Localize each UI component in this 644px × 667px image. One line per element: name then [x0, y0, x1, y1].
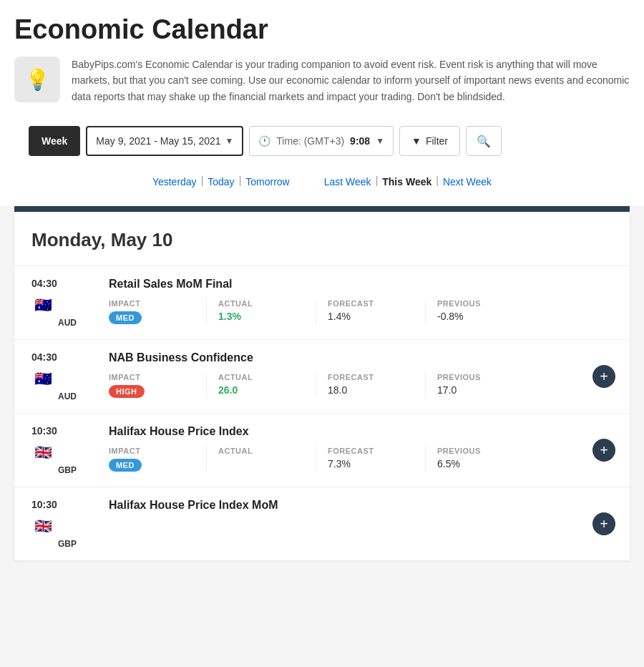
event-metrics: IMPACT HIGH ACTUAL 26.0 FORECAST 18.0 — [109, 373, 613, 398]
time-label: Time: (GMT+3) — [276, 135, 344, 147]
previous-col: PREVIOUS -0.8% — [437, 299, 523, 324]
impact-badge: HIGH — [109, 385, 145, 398]
actual-label: ACTUAL — [218, 447, 304, 455]
week-button[interactable]: Week — [29, 126, 80, 156]
event-time: 10:30 — [31, 499, 103, 510]
filter-icon: ▼ — [411, 135, 421, 147]
nav-this-week[interactable]: This Week — [379, 175, 434, 189]
content-area: Monday, May 10 04:30 🇦🇺 AUD Retail Sales… — [0, 206, 644, 560]
actual-col: ACTUAL — [218, 447, 304, 472]
previous-col: PREVIOUS 6.5% — [437, 447, 523, 472]
nav-sep-3: | — [374, 175, 380, 189]
impact-badge: MED — [109, 459, 142, 472]
forecast-value: 1.4% — [328, 311, 414, 322]
currency-code: GBP — [31, 465, 103, 475]
day-title-row: Monday, May 10 — [14, 212, 630, 266]
clock-icon: 🕐 — [258, 135, 270, 147]
impact-col: IMPACT MED — [109, 299, 195, 324]
time-selector[interactable]: 🕐 Time: (GMT+3) 9:08 ▼ — [249, 126, 394, 156]
actual-col: ACTUAL 26.0 — [218, 373, 304, 398]
event-time: 04:30 — [31, 351, 103, 363]
expand-button[interactable]: + — [592, 512, 615, 535]
event-time-currency: 10:30 🇬🇧 GBP — [31, 425, 103, 475]
nav-bar: Yesterday | Today | Tomorrow Last Week |… — [14, 167, 630, 199]
previous-label: PREVIOUS — [437, 447, 523, 455]
impact-label: IMPACT — [109, 373, 195, 381]
divider — [316, 299, 316, 324]
actual-col: ACTUAL 1.3% — [218, 299, 304, 324]
divider — [316, 373, 316, 398]
impact-col: IMPACT MED — [109, 447, 195, 472]
forecast-col: FORECAST 18.0 — [328, 373, 414, 398]
actual-label: ACTUAL — [218, 299, 304, 308]
previous-value: -0.8% — [437, 311, 523, 322]
forecast-label: FORECAST — [328, 447, 414, 455]
event-name: Retail Sales MoM Final — [109, 278, 613, 291]
forecast-col: FORECAST 1.4% — [328, 299, 414, 324]
previous-col: PREVIOUS 17.0 — [437, 373, 523, 398]
time-value: 9:08 — [350, 135, 370, 147]
forecast-value: 18.0 — [328, 384, 414, 396]
event-metrics: IMPACT MED ACTUAL FORECAST 7.3% — [109, 447, 613, 472]
previous-label: PREVIOUS — [437, 373, 523, 381]
divider — [206, 447, 207, 472]
date-range-selector[interactable]: May 9, 2021 - May 15, 2021 ▼ — [86, 126, 243, 156]
previous-value: 17.0 — [437, 384, 523, 396]
divider — [425, 299, 426, 324]
event-name: Halifax House Price Index MoM — [109, 499, 613, 512]
chevron-down-icon: ▼ — [376, 136, 384, 146]
currency-code: GBP — [31, 539, 103, 549]
event-details: NAB Business Confidence IMPACT HIGH ACTU… — [103, 351, 613, 398]
nav-next-week[interactable]: Next Week — [440, 175, 494, 189]
actual-label: ACTUAL — [218, 373, 304, 381]
nav-sep-4: | — [434, 175, 440, 189]
event-metrics: IMPACT MED ACTUAL 1.3% FORECAST 1.4% — [109, 299, 613, 324]
event-row: 10:30 🇬🇧 GBP Halifax House Price Index M… — [14, 487, 630, 560]
previous-label: PREVIOUS — [437, 299, 523, 308]
divider — [206, 373, 207, 398]
description-text: BabyPips.com's Economic Calendar is your… — [72, 57, 630, 104]
calendar-icon: 💡 — [14, 57, 60, 102]
nav-sep-1: | — [200, 175, 205, 189]
divider — [316, 447, 316, 472]
aud-flag: 🇦🇺 — [31, 367, 54, 390]
day-title: Monday, May 10 — [31, 229, 613, 251]
forecast-label: FORECAST — [328, 299, 414, 308]
currency-code: AUD — [31, 391, 103, 401]
chevron-down-icon: ▼ — [225, 136, 233, 146]
event-details: Halifax House Price Index IMPACT MED ACT… — [103, 425, 613, 472]
description-box: 💡 BabyPips.com's Economic Calendar is yo… — [14, 57, 630, 104]
date-range-value: May 9, 2021 - May 15, 2021 — [96, 135, 220, 147]
filter-label: Filter — [426, 135, 448, 147]
day-section: Monday, May 10 04:30 🇦🇺 AUD Retail Sales… — [14, 212, 630, 560]
filter-button[interactable]: ▼ Filter — [399, 126, 460, 156]
nav-yesterday[interactable]: Yesterday — [150, 175, 200, 189]
nav-today[interactable]: Today — [205, 175, 237, 189]
event-details: Halifax House Price Index MoM — [103, 499, 613, 520]
divider — [206, 299, 207, 324]
event-time-currency: 10:30 🇬🇧 GBP — [31, 499, 103, 549]
expand-button[interactable]: + — [592, 365, 615, 388]
week-nav: Last Week | This Week | Next Week — [321, 175, 494, 189]
nav-tomorrow[interactable]: Tomorrow — [243, 175, 292, 189]
event-time: 10:30 — [31, 425, 103, 437]
event-name: Halifax House Price Index — [109, 425, 613, 438]
event-time: 04:30 — [31, 278, 103, 289]
search-button[interactable]: 🔍 — [466, 126, 502, 156]
impact-col: IMPACT HIGH — [109, 373, 195, 398]
impact-label: IMPACT — [109, 447, 195, 455]
actual-value: 26.0 — [218, 384, 304, 396]
expand-button[interactable]: + — [592, 439, 615, 462]
forecast-col: FORECAST 7.3% — [328, 447, 414, 472]
page-title: Economic Calendar — [14, 14, 630, 45]
event-details: Retail Sales MoM Final IMPACT MED ACTUAL… — [103, 278, 613, 324]
event-row: 04:30 🇦🇺 AUD NAB Business Confidence IMP… — [14, 339, 630, 413]
nav-last-week[interactable]: Last Week — [321, 175, 374, 189]
previous-value: 6.5% — [437, 458, 523, 469]
event-time-currency: 04:30 🇦🇺 AUD — [31, 351, 103, 401]
gbp-flag: 🇬🇧 — [31, 515, 54, 537]
aud-flag: 🇦🇺 — [31, 293, 54, 316]
forecast-label: FORECAST — [328, 373, 414, 381]
event-row: 04:30 🇦🇺 AUD Retail Sales MoM Final IMPA… — [14, 266, 630, 339]
event-time-currency: 04:30 🇦🇺 AUD — [31, 278, 103, 328]
